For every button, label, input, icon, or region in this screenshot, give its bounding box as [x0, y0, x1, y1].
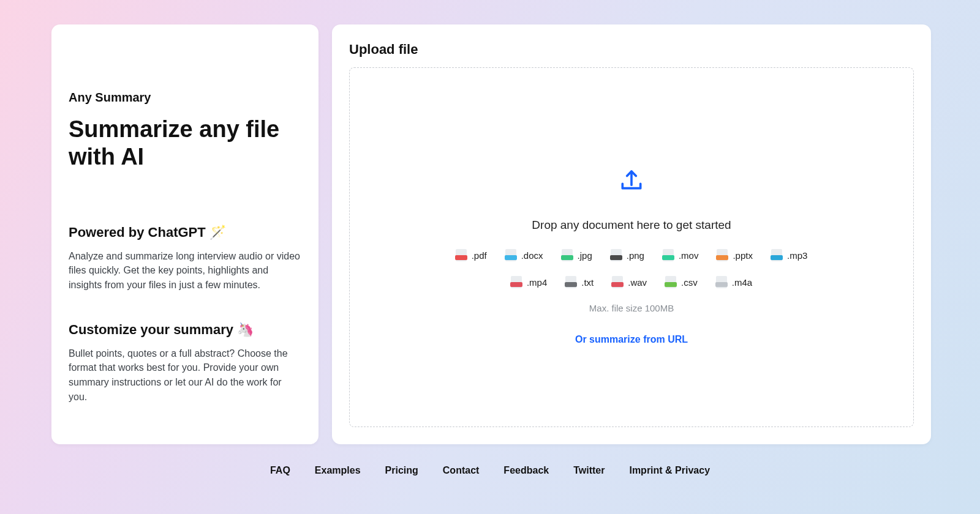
file-type-icon — [612, 276, 623, 288]
section-text-customize: Bullet points, quotes or a full abstract… — [69, 346, 301, 404]
upload-card: Upload file Drop any document here to ge… — [332, 24, 931, 444]
format-item: .txt — [565, 276, 594, 288]
file-type-icon — [716, 276, 727, 288]
file-type-icon — [717, 249, 728, 261]
footer-nav: FAQExamplesPricingContactFeedbackTwitter… — [0, 450, 980, 476]
brand-name: Any Summary — [69, 91, 301, 105]
footer-link-contact[interactable]: Contact — [443, 465, 480, 476]
file-type-icon — [663, 249, 674, 261]
footer-link-faq[interactable]: FAQ — [270, 465, 290, 476]
format-item: .pdf — [456, 249, 487, 261]
file-type-icon — [562, 249, 573, 261]
file-type-icon — [771, 249, 782, 261]
footer-link-imprint-privacy[interactable]: Imprint & Privacy — [629, 465, 710, 476]
hero-heading: Summarize any file with AI — [69, 116, 301, 171]
format-label: .mp3 — [787, 250, 807, 261]
file-type-icon — [505, 249, 516, 261]
section-heading-powered: Powered by ChatGPT 🪄 — [69, 225, 301, 240]
dropzone-text: Drop any document here to get started — [532, 218, 731, 232]
footer-link-feedback[interactable]: Feedback — [503, 465, 549, 476]
format-label: .pdf — [472, 250, 487, 261]
file-dropzone[interactable]: Drop any document here to get started .p… — [349, 67, 914, 427]
file-type-icon — [611, 249, 622, 261]
format-item: .mp4 — [511, 276, 547, 288]
format-label: .pptx — [733, 250, 753, 261]
section-text-powered: Analyze and summarize long interview aud… — [69, 249, 301, 292]
upload-icon — [618, 166, 645, 193]
file-type-icon — [511, 276, 522, 288]
upload-limit-text: Max. file size 100MB — [589, 303, 674, 313]
format-item: .wav — [612, 276, 647, 288]
format-label: .m4a — [732, 277, 752, 288]
info-card: Any Summary Summarize any file with AI P… — [51, 24, 318, 444]
format-label: .txt — [581, 277, 594, 288]
format-item: .jpg — [562, 249, 592, 261]
upload-heading: Upload file — [349, 42, 914, 58]
footer-link-pricing[interactable]: Pricing — [385, 465, 418, 476]
format-item: .mov — [663, 249, 699, 261]
file-type-icon — [456, 249, 467, 261]
format-item: .pptx — [717, 249, 753, 261]
format-label: .csv — [681, 277, 698, 288]
format-label: .mp4 — [527, 277, 547, 288]
format-label: .png — [627, 250, 644, 261]
format-label: .jpg — [578, 250, 592, 261]
format-item: .csv — [665, 276, 698, 288]
format-list: .pdf.docx.jpg.png.mov.pptx.mp3.mp4.txt.w… — [429, 249, 834, 288]
format-label: .docx — [521, 250, 543, 261]
format-item: .mp3 — [771, 249, 807, 261]
footer-link-examples[interactable]: Examples — [315, 465, 361, 476]
format-label: .mov — [679, 250, 699, 261]
file-type-icon — [565, 276, 576, 288]
format-label: .wav — [628, 277, 647, 288]
format-item: .m4a — [716, 276, 752, 288]
summarize-url-link[interactable]: Or summarize from URL — [575, 334, 688, 345]
file-type-icon — [665, 276, 676, 288]
format-item: .docx — [505, 249, 543, 261]
footer-link-twitter[interactable]: Twitter — [573, 465, 605, 476]
section-heading-customize: Customize your summary 🦄 — [69, 322, 301, 338]
format-item: .png — [611, 249, 644, 261]
